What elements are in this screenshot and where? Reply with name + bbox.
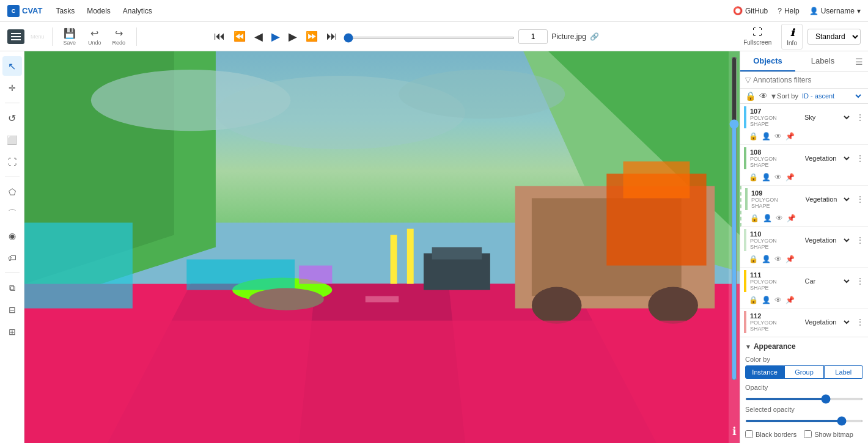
object-more-button[interactable]: ⋮ — [856, 112, 864, 122]
view-mode-select[interactable]: Standard — [807, 29, 861, 45]
brightness-info-icon[interactable]: ℹ — [732, 425, 737, 438]
person-icon[interactable]: 👤 — [762, 213, 773, 224]
prev-frame-button[interactable]: ◀ — [252, 27, 265, 46]
info-button[interactable]: ℹ Info — [781, 24, 803, 49]
user-menu[interactable]: 👤 Username ▾ — [809, 7, 861, 15]
prev-multi-frame-button[interactable]: ⏪ — [231, 28, 248, 45]
user-icon: 👤 — [809, 7, 818, 15]
object-info: 108 POLYGON SHAPE — [750, 148, 797, 168]
redo-button[interactable]: ↪ Redo — [109, 25, 130, 48]
svg-rect-18 — [432, 247, 482, 260]
color-by-label-button[interactable]: Label — [824, 365, 863, 379]
pin-icon[interactable]: 📌 — [784, 295, 796, 306]
frame-input[interactable]: 1 — [518, 29, 548, 44]
github-link[interactable]: ⭕ GitHub — [733, 6, 768, 15]
lock-icon[interactable]: 🔒 — [748, 295, 759, 306]
help-link[interactable]: ? Help — [778, 7, 799, 15]
visibility-icon[interactable]: 👁 — [773, 254, 783, 265]
pin-icon[interactable]: 📌 — [784, 172, 796, 183]
fit-tool[interactable]: ⬜ — [2, 130, 22, 150]
sort-select[interactable]: ID - ascent ID - descent Updated - ascen… — [800, 92, 863, 100]
undo-redo-group: ↩ Undo ↪ Redo — [84, 25, 129, 48]
object-label-select[interactable]: Vegetation Sky Car — [800, 152, 853, 164]
opacity-slider[interactable] — [745, 398, 863, 400]
object-label-select[interactable]: Car — [800, 275, 853, 287]
brightness-slider[interactable] — [732, 56, 737, 381]
first-frame-button[interactable]: ⏮ — [211, 27, 227, 45]
object-more-button[interactable]: ⋮ — [856, 317, 864, 327]
play-button[interactable]: ▶ — [269, 27, 282, 46]
selected-opacity-row: Selected opacity — [745, 406, 863, 424]
visibility-icon[interactable]: 👁 — [773, 131, 783, 142]
object-more-button[interactable]: ⋮ — [856, 153, 864, 163]
object-actions: 🔒 👤 👁 📌 — [740, 130, 868, 144]
pin-icon[interactable]: 📌 — [785, 213, 797, 224]
tab-objects[interactable]: Objects — [740, 51, 795, 71]
show-bitmap-checkbox[interactable] — [804, 430, 812, 438]
person-icon[interactable]: 👤 — [760, 295, 772, 306]
person-icon[interactable]: 👤 — [760, 172, 772, 183]
black-borders-checkbox[interactable] — [745, 430, 753, 438]
fullscreen-button[interactable]: ⛶ Fullscreen — [738, 24, 776, 48]
canvas-area[interactable]: ℹ — [24, 51, 740, 443]
color-by-instance-button[interactable]: Instance — [745, 365, 784, 379]
next-frame-button[interactable]: ▶ — [286, 27, 300, 46]
undo-button[interactable]: ↩ Undo — [84, 25, 105, 48]
pin-icon[interactable]: 📌 — [784, 131, 796, 142]
save-group: 💾 Save — [60, 25, 80, 48]
last-frame-button[interactable]: ⏭ — [324, 27, 340, 45]
expand-all-icon[interactable]: ▾ — [771, 91, 776, 101]
lock-icon[interactable]: 🔒 — [748, 172, 759, 183]
nav-analytics[interactable]: Analytics — [122, 4, 153, 18]
nav-tasks[interactable]: Tasks — [54, 4, 76, 18]
lock-icon[interactable]: 🔒 — [748, 254, 759, 265]
cursor-tool[interactable]: ↖ — [2, 56, 22, 76]
tag-tool[interactable]: 🏷 — [2, 248, 22, 268]
person-icon[interactable]: 👤 — [760, 254, 772, 265]
visibility-icon[interactable]: 👁 — [774, 213, 784, 224]
object-label-select[interactable]: Vegetation Sky — [800, 193, 853, 205]
pin-icon[interactable]: 📌 — [784, 254, 796, 265]
panel-settings-button[interactable]: ☰ — [850, 51, 868, 71]
annotations-filter-input[interactable] — [753, 76, 863, 84]
tool-separator-2 — [5, 177, 20, 177]
nav-models[interactable]: Models — [86, 4, 112, 18]
selected-opacity-slider[interactable] — [745, 420, 863, 422]
lock-icon[interactable]: 🔒 — [749, 213, 760, 224]
object-more-button[interactable]: ⋮ — [856, 276, 864, 286]
object-type: POLYGON SHAPE — [750, 156, 797, 168]
lock-icon[interactable]: 🔒 — [748, 131, 759, 142]
next-multi-frame-button[interactable]: ⏩ — [303, 28, 320, 45]
merge-tool[interactable]: ⧉ — [2, 278, 22, 298]
lock-all-icon[interactable]: 🔒 — [745, 91, 756, 101]
appearance-header[interactable]: ▼ Appearance — [745, 342, 863, 351]
object-more-button[interactable]: ⋮ — [856, 194, 864, 204]
draw-point-tool[interactable]: ◉ — [2, 226, 22, 246]
group-tool[interactable]: ⊞ — [2, 322, 22, 342]
draw-polygon-tool[interactable]: ⬠ — [2, 182, 22, 202]
logo[interactable]: C CVAT — [7, 5, 42, 17]
menu-button[interactable] — [7, 29, 24, 44]
object-color-indicator — [745, 188, 748, 210]
move-tool[interactable]: ✛ — [2, 78, 22, 98]
frame-slider[interactable] — [344, 37, 515, 39]
object-label-select[interactable]: Vegetation — [800, 316, 853, 328]
draw-curve-tool[interactable]: ⌒ — [2, 204, 22, 224]
color-by-group-button[interactable]: Group — [784, 365, 823, 379]
black-borders-checkbox-label[interactable]: Black borders — [745, 430, 796, 438]
split-tool[interactable]: ⊟ — [2, 300, 22, 320]
object-more-button[interactable]: ⋮ — [856, 235, 864, 245]
show-bitmap-checkbox-label[interactable]: Show bitmap — [804, 430, 853, 438]
object-type: POLYGON SHAPE — [750, 238, 797, 250]
zoom-tool[interactable]: ⛶ — [2, 152, 22, 172]
save-button[interactable]: 💾 Save — [60, 25, 80, 48]
object-label-select[interactable]: Vegetation — [800, 234, 853, 246]
visibility-icon[interactable]: 👁 — [773, 295, 783, 306]
object-label-select[interactable]: Sky Vegetation Car Fence Traffic_sign — [799, 111, 852, 123]
tab-labels[interactable]: Labels — [795, 51, 850, 71]
eye-all-icon[interactable]: 👁 — [759, 91, 768, 101]
top-navigation: C CVAT Tasks Models Analytics ⭕ GitHub ?… — [0, 0, 868, 22]
person-icon[interactable]: 👤 — [760, 131, 772, 142]
visibility-icon[interactable]: 👁 — [773, 172, 783, 183]
rotate-tool[interactable]: ↺ — [2, 108, 22, 128]
